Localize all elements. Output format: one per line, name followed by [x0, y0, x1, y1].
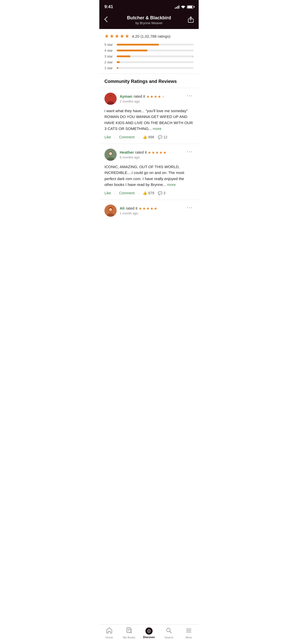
- rating-label-1: 1 star: [104, 66, 114, 70]
- bar-fill-5: [117, 44, 159, 46]
- reviewer-name-action-ali: Ali rated it ★ ★ ★ ★ ★: [120, 206, 157, 211]
- more-options-heather[interactable]: ···: [186, 149, 194, 154]
- more-link-ayman[interactable]: more: [153, 126, 161, 131]
- reviewer-name-ayman[interactable]: Ayman: [120, 94, 132, 98]
- star-2: ★: [110, 33, 114, 39]
- rating-label-2: 2 star: [104, 60, 114, 64]
- comment-button-ayman[interactable]: Comment: [119, 135, 135, 139]
- review-actions-ayman: Like · Comment · 👍 898 💬 12: [104, 135, 194, 139]
- reviewer-name-ali[interactable]: Ali: [120, 206, 125, 210]
- review-header-ali: Ali rated it ★ ★ ★ ★ ★ 1 month ago ···: [104, 204, 194, 217]
- chevron-right-icon[interactable]: ›: [192, 54, 194, 59]
- bar-fill-2: [117, 61, 120, 63]
- rating-summary: ★ ★ ★ ★ ★ 4.20 (1,02,788 ratings) 5 star…: [99, 29, 199, 74]
- book-author: by Brynne Weaver: [114, 21, 184, 25]
- reviewer-info-heather: Heather rated it ★ ★ ★ ★ ★ 6 months ago: [120, 150, 166, 159]
- status-icons: [175, 5, 194, 9]
- bar-fill-4: [117, 50, 147, 51]
- comment-icon: 💬: [158, 135, 162, 139]
- more-link-heather[interactable]: more: [167, 182, 176, 187]
- like-count-heather: 👍 679: [143, 191, 154, 195]
- review-text-ayman: i want what they have... "you'll love me…: [104, 108, 194, 131]
- more-options-ayman[interactable]: ···: [186, 93, 194, 98]
- svg-point-12: [109, 208, 112, 211]
- reviewer-action-ali: rated it: [126, 206, 139, 210]
- rating-bars: 5 star 4 star 3 star 2 star: [104, 43, 194, 70]
- reviewer-left-ayman: Ayman rated it ★ ★ ★ ★ ★ 2 months ago: [104, 93, 165, 105]
- more-options-ali[interactable]: ···: [186, 204, 194, 210]
- review-date-ayman: 2 months ago: [120, 99, 165, 103]
- thumb-icon: 👍: [143, 135, 147, 139]
- section-title: Community Ratings and Reviews: [99, 74, 199, 88]
- reviewer-left-ali: Ali rated it ★ ★ ★ ★ ★ 1 month ago: [104, 204, 157, 217]
- bar-track-4: [117, 50, 194, 51]
- rating-row-2: 2 star: [104, 60, 194, 64]
- stars-display: ★ ★ ★ ★ ★: [104, 33, 129, 39]
- comment-count-heather: 💬 3: [158, 191, 166, 195]
- star-5: ★: [125, 33, 129, 39]
- signal-icon: [175, 5, 179, 9]
- review-actions-heather: Like · Comment · 👍 679 💬 3: [104, 191, 194, 195]
- overall-rating: ★ ★ ★ ★ ★ 4.20 (1,02,788 ratings): [104, 33, 194, 39]
- like-button-heather[interactable]: Like: [104, 191, 111, 195]
- bar-track-3: [117, 55, 194, 57]
- bar-track-1: [117, 67, 194, 69]
- bar-track-5: [117, 44, 194, 46]
- star-3: ★: [115, 33, 119, 39]
- review-text-heather: ICONIC, AMAZING, OUT OF THIS WORLD, INCR…: [104, 164, 194, 187]
- review-header-heather: Heather rated it ★ ★ ★ ★ ★ 6 months ago …: [104, 149, 194, 161]
- review-date-ali: 1 month ago: [120, 211, 157, 215]
- comment-button-heather[interactable]: Comment: [119, 191, 135, 195]
- comment-count-ayman: 💬 12: [158, 135, 168, 139]
- rating-label-5: 5 star: [104, 43, 114, 47]
- star-1: ★: [104, 33, 109, 39]
- svg-point-8: [109, 152, 112, 155]
- reviewer-info-ayman: Ayman rated it ★ ★ ★ ★ ★ 2 months ago: [120, 94, 165, 103]
- rating-number: 4.20 (1,02,788 ratings): [132, 34, 170, 38]
- book-title: Butcher & Blackbird: [114, 15, 184, 21]
- share-button[interactable]: [184, 17, 194, 24]
- reviewer-name-heather[interactable]: Heather: [120, 150, 134, 154]
- battery-icon: [187, 5, 194, 9]
- reviewer-info-ali: Ali rated it ★ ★ ★ ★ ★ 1 month ago: [120, 206, 157, 215]
- review-card-ayman: Ayman rated it ★ ★ ★ ★ ★ 2 months ago ··…: [99, 88, 199, 144]
- avatar-heather: [104, 149, 117, 161]
- status-time: 9:41: [104, 4, 113, 9]
- rating-row-4: 4 star: [104, 49, 194, 52]
- reviewer-action-heather: rated it: [135, 150, 148, 154]
- reviewer-name-action-ayman: Ayman rated it ★ ★ ★ ★ ★: [120, 94, 165, 99]
- comment-icon-heather: 💬: [158, 191, 162, 195]
- reviewer-left-heather: Heather rated it ★ ★ ★ ★ ★ 6 months ago: [104, 149, 166, 161]
- like-count-ayman: 👍 898: [143, 135, 154, 139]
- review-card-ali: Ali rated it ★ ★ ★ ★ ★ 1 month ago ···: [99, 200, 199, 245]
- like-button-ayman[interactable]: Like: [104, 135, 111, 139]
- reviewer-name-action-heather: Heather rated it ★ ★ ★ ★ ★: [120, 150, 166, 155]
- review-header-ayman: Ayman rated it ★ ★ ★ ★ ★ 2 months ago ··…: [104, 93, 194, 105]
- content-area: ★ ★ ★ ★ ★ 4.20 (1,02,788 ratings) 5 star…: [99, 29, 199, 245]
- bar-fill-1: [117, 67, 118, 69]
- review-card-heather: Heather rated it ★ ★ ★ ★ ★ 6 months ago …: [99, 144, 199, 200]
- back-button[interactable]: [104, 17, 114, 24]
- rating-label-4: 4 star: [104, 49, 114, 52]
- reviewer-action-ayman: rated it: [133, 94, 146, 98]
- bar-track-2: [117, 61, 194, 63]
- wifi-icon: [181, 5, 185, 9]
- nav-bar: Butcher & Blackbird by Brynne Weaver: [99, 13, 199, 29]
- star-4: ★: [120, 33, 124, 39]
- nav-title-block: Butcher & Blackbird by Brynne Weaver: [114, 15, 184, 25]
- thumb-icon-heather: 👍: [143, 191, 147, 195]
- status-bar: 9:41: [99, 0, 199, 13]
- avatar-ali: [104, 204, 117, 217]
- rating-row-1: 1 star: [104, 66, 194, 70]
- avatar-ayman: [104, 93, 117, 105]
- rating-row-5: 5 star: [104, 43, 194, 47]
- bar-fill-3: [117, 55, 130, 57]
- rating-row-3: 3 star: [104, 54, 194, 58]
- rating-label-3: 3 star: [104, 54, 114, 58]
- review-date-heather: 6 months ago: [120, 155, 166, 159]
